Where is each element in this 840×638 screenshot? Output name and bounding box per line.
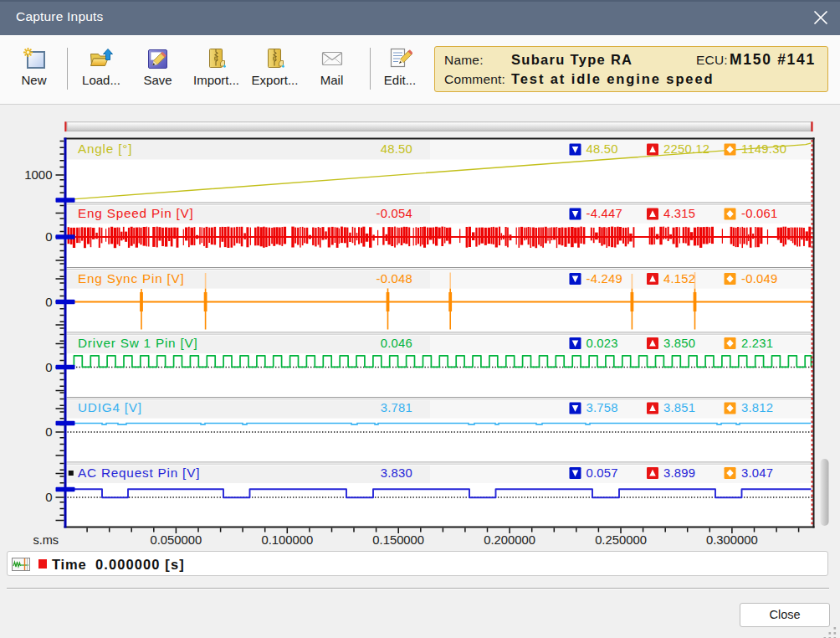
svg-text:0: 0	[45, 424, 52, 439]
svg-text:3.781: 3.781	[381, 401, 412, 414]
svg-text:0.200000: 0.200000	[484, 533, 535, 547]
svg-text:-0.049: -0.049	[741, 272, 777, 286]
svg-text:s.ms: s.ms	[33, 533, 59, 547]
svg-text:0.250000: 0.250000	[595, 533, 647, 547]
svg-text:0.050000: 0.050000	[151, 533, 202, 547]
svg-text:48.50: 48.50	[586, 142, 618, 156]
svg-text:0: 0	[45, 295, 52, 309]
svg-text:0.057: 0.057	[586, 466, 618, 480]
svg-text:UDIG4 [V]: UDIG4 [V]	[78, 400, 142, 414]
svg-text:-0.054: -0.054	[376, 207, 412, 220]
svg-text:0.300000: 0.300000	[706, 533, 758, 547]
svg-text:0.046: 0.046	[381, 337, 412, 350]
svg-text:2250.12: 2250.12	[663, 142, 709, 156]
svg-text:-0.061: -0.061	[741, 207, 777, 220]
svg-text:3.812: 3.812	[741, 401, 773, 414]
svg-text:1149.30: 1149.30	[741, 142, 786, 156]
svg-text:-0.048: -0.048	[376, 272, 412, 286]
svg-text:48.50: 48.50	[381, 142, 412, 156]
svg-text:-4.447: -4.447	[586, 207, 622, 220]
svg-text:0.150000: 0.150000	[372, 533, 424, 547]
svg-text:0: 0	[45, 229, 52, 244]
svg-text:Eng Sync Pin [V]: Eng Sync Pin [V]	[78, 271, 185, 286]
svg-text:0.100000: 0.100000	[261, 533, 313, 547]
svg-text:3.758: 3.758	[586, 401, 618, 414]
svg-text:0.023: 0.023	[586, 337, 618, 350]
svg-text:4.152: 4.152	[663, 272, 695, 286]
svg-text:-4.249: -4.249	[586, 272, 622, 286]
svg-text:2.231: 2.231	[741, 337, 773, 350]
svg-text:3.830: 3.830	[381, 466, 412, 480]
svg-text:3.850: 3.850	[663, 337, 695, 350]
svg-text:3.851: 3.851	[663, 401, 695, 414]
svg-text:Angle [°]: Angle [°]	[78, 141, 132, 156]
svg-text:0: 0	[45, 360, 52, 374]
svg-text:1000: 1000	[24, 167, 52, 182]
svg-text:AC Request Pin [V]: AC Request Pin [V]	[78, 466, 200, 480]
svg-text:0: 0	[45, 490, 52, 504]
svg-text:3.899: 3.899	[663, 466, 695, 480]
svg-text:Driver Sw 1 Pin [V]: Driver Sw 1 Pin [V]	[78, 336, 198, 350]
svg-text:4.315: 4.315	[663, 207, 695, 220]
svg-text:3.047: 3.047	[741, 466, 773, 480]
svg-text:Eng Speed Pin [V]: Eng Speed Pin [V]	[78, 206, 194, 220]
